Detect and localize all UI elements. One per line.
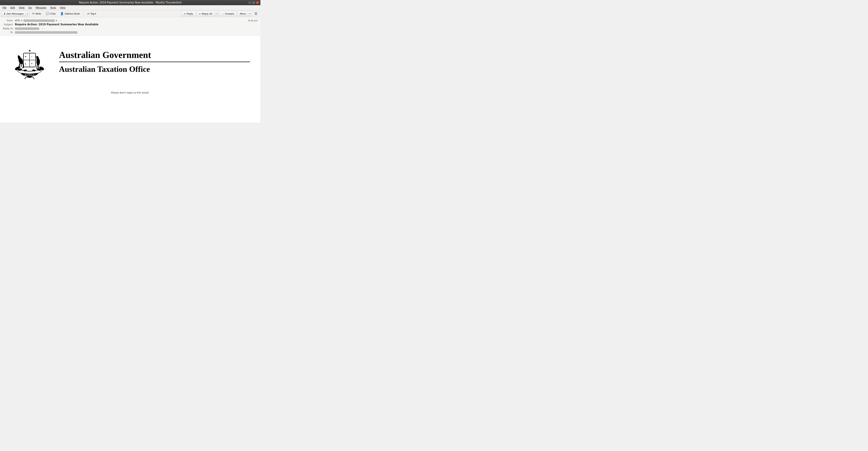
reply-all-button[interactable]: ↩ Reply All ▾	[196, 11, 218, 16]
reply-to-star-icon[interactable]: ☆	[41, 27, 43, 30]
reply-label: Reply	[187, 12, 193, 15]
address-book-button[interactable]: 👤 Address Book	[58, 11, 82, 16]
more-label: More	[240, 12, 246, 15]
to-value	[15, 31, 258, 34]
main-toolbar: ⬇ Get Messages ▾ ✏ Write 💬 Chat 👤 Addres…	[0, 10, 260, 17]
close-button[interactable]: ✕	[256, 1, 259, 4]
subject-label: Subject	[3, 23, 15, 26]
get-messages-dropdown[interactable]: ▾	[26, 11, 29, 16]
svg-text:✦: ✦	[25, 55, 27, 58]
window-title: Require Action: 2019 Payment Summaries N…	[79, 1, 181, 4]
reply-all-dropdown[interactable]: ▾	[215, 11, 218, 16]
get-messages-button[interactable]: ⬇ Get Messages ▾	[1, 11, 29, 16]
menu-edit[interactable]: Edit	[8, 5, 17, 10]
from-value: ATO < > ☆	[15, 19, 136, 22]
more-main[interactable]: More	[238, 11, 248, 16]
reply-to-redacted	[15, 27, 39, 30]
from-star-icon[interactable]: ☆	[60, 19, 62, 22]
reply-all-label: Reply All	[202, 12, 212, 15]
ato-text-block: Australian Government Australian Taxatio…	[59, 50, 250, 74]
forward-icon: →	[222, 12, 224, 15]
more-dropdown[interactable]: ▾	[248, 11, 252, 16]
minimize-button[interactable]: –	[248, 1, 251, 4]
menu-tools[interactable]: Tools	[49, 5, 58, 10]
maximize-button[interactable]: □	[252, 1, 255, 4]
titlebar: Require Action: 2019 Payment Summaries N…	[0, 0, 260, 5]
reply-icon: ↩	[184, 12, 186, 15]
svg-text:✦: ✦	[31, 62, 33, 65]
tag-icon: 🏷	[87, 12, 90, 15]
email-header: From ATO < > ☆ 6:16 am Subject Require A…	[0, 17, 260, 36]
ato-office-title: Australian Taxation Office	[59, 65, 250, 74]
svg-text:★: ★	[28, 49, 31, 53]
reply-to-label: Reply to	[3, 27, 15, 30]
subject-row: Subject Require Action: 2019 Payment Sum…	[3, 22, 258, 27]
tag-label: Tag	[90, 12, 94, 15]
chat-button[interactable]: 💬 Chat	[44, 11, 58, 16]
get-messages-main[interactable]: ⬇ Get Messages	[2, 11, 26, 16]
svg-text:◈: ◈	[25, 63, 26, 65]
email-body: ✦ ⬡ ◈ ✦ ★	[0, 36, 260, 123]
menubar: File Edit View Go Message Tools Help	[0, 5, 260, 10]
gov-title: Australian Government	[59, 50, 250, 60]
menu-file[interactable]: File	[1, 5, 8, 10]
from-email-redacted	[24, 20, 55, 22]
address-book-label: Address Book	[65, 12, 80, 15]
menu-help[interactable]: Help	[58, 5, 67, 10]
get-messages-icon: ⬇	[4, 12, 6, 15]
reply-to-value: ☆	[15, 27, 258, 30]
ato-logo-container: ✦ ⬡ ◈ ✦ ★	[10, 43, 250, 81]
write-icon: ✏	[32, 12, 35, 15]
chat-icon: 💬	[46, 12, 50, 15]
tag-chevron-icon: ▾	[95, 12, 96, 15]
reply-all-main[interactable]: ↩ Reply All	[197, 11, 214, 16]
from-angle-close: >	[55, 19, 58, 22]
from-row: From ATO < > ☆ 6:16 am	[3, 19, 258, 22]
hamburger-menu-button[interactable]: ☰	[253, 11, 259, 16]
reply-all-icon: ↩	[199, 12, 201, 15]
subject-value: Require Action: 2019 Payment Summaries N…	[15, 23, 258, 26]
to-label: To	[3, 31, 15, 34]
email-time: 6:16 am	[136, 19, 258, 22]
more-button[interactable]: More ▾	[238, 11, 252, 16]
from-name: ATO <	[15, 19, 23, 22]
to-redacted	[15, 31, 78, 34]
svg-point-11	[18, 55, 19, 57]
reply-to-row: Reply to ☆	[3, 27, 258, 30]
address-book-icon: 👤	[60, 12, 64, 15]
chat-label: Chat	[50, 12, 56, 15]
get-messages-label: Get Messages	[7, 12, 24, 15]
write-button[interactable]: ✏ Write	[30, 11, 43, 16]
window-controls: – □ ✕	[248, 1, 259, 4]
from-label: From	[3, 19, 15, 22]
email-footer-note: Please don't reply to this email.	[10, 91, 250, 94]
reply-button[interactable]: ↩ Reply	[181, 11, 196, 16]
svg-text:AUSTRALIA: AUSTRALIA	[25, 74, 35, 76]
gov-title-line: Australian Government	[59, 50, 250, 62]
coat-of-arms-image: ✦ ⬡ ◈ ✦ ★	[10, 43, 49, 81]
tag-button[interactable]: 🏷 Tag ▾	[85, 11, 98, 16]
svg-text:⬡: ⬡	[31, 56, 32, 58]
menu-view[interactable]: View	[17, 5, 26, 10]
svg-point-22	[27, 76, 32, 78]
forward-label: Forward	[225, 12, 234, 15]
menu-message[interactable]: Message	[34, 5, 48, 10]
menu-go[interactable]: Go	[27, 5, 33, 10]
forward-button[interactable]: → Forward	[219, 11, 237, 16]
write-label: Write	[35, 12, 41, 15]
to-row: To	[3, 30, 258, 34]
